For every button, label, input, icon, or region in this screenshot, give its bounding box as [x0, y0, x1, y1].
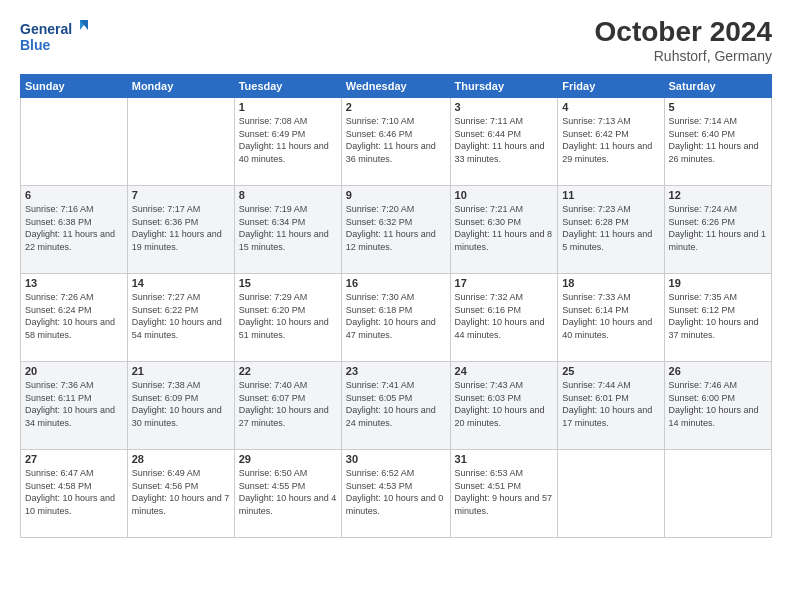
day-cell: 15Sunrise: 7:29 AM Sunset: 6:20 PM Dayli… [234, 274, 341, 362]
day-cell: 14Sunrise: 7:27 AM Sunset: 6:22 PM Dayli… [127, 274, 234, 362]
day-detail: Sunrise: 7:16 AM Sunset: 6:38 PM Dayligh… [25, 203, 123, 253]
day-detail: Sunrise: 7:24 AM Sunset: 6:26 PM Dayligh… [669, 203, 767, 253]
day-cell: 17Sunrise: 7:32 AM Sunset: 6:16 PM Dayli… [450, 274, 558, 362]
day-number: 28 [132, 453, 230, 465]
day-detail: Sunrise: 7:11 AM Sunset: 6:44 PM Dayligh… [455, 115, 554, 165]
day-cell: 21Sunrise: 7:38 AM Sunset: 6:09 PM Dayli… [127, 362, 234, 450]
day-cell: 9Sunrise: 7:20 AM Sunset: 6:32 PM Daylig… [341, 186, 450, 274]
day-cell: 20Sunrise: 7:36 AM Sunset: 6:11 PM Dayli… [21, 362, 128, 450]
day-number: 15 [239, 277, 337, 289]
day-detail: Sunrise: 6:47 AM Sunset: 4:58 PM Dayligh… [25, 467, 123, 517]
day-detail: Sunrise: 7:43 AM Sunset: 6:03 PM Dayligh… [455, 379, 554, 429]
day-cell [558, 450, 664, 538]
location-subtitle: Ruhstorf, Germany [595, 48, 772, 64]
day-cell: 28Sunrise: 6:49 AM Sunset: 4:56 PM Dayli… [127, 450, 234, 538]
day-detail: Sunrise: 6:50 AM Sunset: 4:55 PM Dayligh… [239, 467, 337, 517]
month-title: October 2024 [595, 16, 772, 48]
day-number: 12 [669, 189, 767, 201]
day-cell: 16Sunrise: 7:30 AM Sunset: 6:18 PM Dayli… [341, 274, 450, 362]
title-block: October 2024 Ruhstorf, Germany [595, 16, 772, 64]
col-monday: Monday [127, 75, 234, 98]
day-cell: 19Sunrise: 7:35 AM Sunset: 6:12 PM Dayli… [664, 274, 771, 362]
day-number: 24 [455, 365, 554, 377]
col-friday: Friday [558, 75, 664, 98]
day-number: 3 [455, 101, 554, 113]
day-detail: Sunrise: 7:36 AM Sunset: 6:11 PM Dayligh… [25, 379, 123, 429]
day-detail: Sunrise: 7:38 AM Sunset: 6:09 PM Dayligh… [132, 379, 230, 429]
day-detail: Sunrise: 7:29 AM Sunset: 6:20 PM Dayligh… [239, 291, 337, 341]
day-number: 22 [239, 365, 337, 377]
week-row-1: 1Sunrise: 7:08 AM Sunset: 6:49 PM Daylig… [21, 98, 772, 186]
day-number: 5 [669, 101, 767, 113]
day-detail: Sunrise: 7:40 AM Sunset: 6:07 PM Dayligh… [239, 379, 337, 429]
week-row-5: 27Sunrise: 6:47 AM Sunset: 4:58 PM Dayli… [21, 450, 772, 538]
week-row-4: 20Sunrise: 7:36 AM Sunset: 6:11 PM Dayli… [21, 362, 772, 450]
col-saturday: Saturday [664, 75, 771, 98]
logo-svg: General Blue [20, 16, 90, 56]
day-detail: Sunrise: 6:49 AM Sunset: 4:56 PM Dayligh… [132, 467, 230, 517]
day-detail: Sunrise: 7:46 AM Sunset: 6:00 PM Dayligh… [669, 379, 767, 429]
day-cell: 27Sunrise: 6:47 AM Sunset: 4:58 PM Dayli… [21, 450, 128, 538]
day-number: 11 [562, 189, 659, 201]
day-cell [21, 98, 128, 186]
svg-text:General: General [20, 21, 72, 37]
day-number: 6 [25, 189, 123, 201]
col-tuesday: Tuesday [234, 75, 341, 98]
day-detail: Sunrise: 7:30 AM Sunset: 6:18 PM Dayligh… [346, 291, 446, 341]
day-detail: Sunrise: 7:19 AM Sunset: 6:34 PM Dayligh… [239, 203, 337, 253]
day-cell: 1Sunrise: 7:08 AM Sunset: 6:49 PM Daylig… [234, 98, 341, 186]
day-cell: 23Sunrise: 7:41 AM Sunset: 6:05 PM Dayli… [341, 362, 450, 450]
day-cell: 25Sunrise: 7:44 AM Sunset: 6:01 PM Dayli… [558, 362, 664, 450]
day-number: 29 [239, 453, 337, 465]
day-cell: 10Sunrise: 7:21 AM Sunset: 6:30 PM Dayli… [450, 186, 558, 274]
day-detail: Sunrise: 7:27 AM Sunset: 6:22 PM Dayligh… [132, 291, 230, 341]
day-cell: 12Sunrise: 7:24 AM Sunset: 6:26 PM Dayli… [664, 186, 771, 274]
day-detail: Sunrise: 7:26 AM Sunset: 6:24 PM Dayligh… [25, 291, 123, 341]
day-detail: Sunrise: 7:13 AM Sunset: 6:42 PM Dayligh… [562, 115, 659, 165]
day-detail: Sunrise: 7:44 AM Sunset: 6:01 PM Dayligh… [562, 379, 659, 429]
day-cell: 30Sunrise: 6:52 AM Sunset: 4:53 PM Dayli… [341, 450, 450, 538]
day-detail: Sunrise: 7:32 AM Sunset: 6:16 PM Dayligh… [455, 291, 554, 341]
day-number: 16 [346, 277, 446, 289]
day-cell: 4Sunrise: 7:13 AM Sunset: 6:42 PM Daylig… [558, 98, 664, 186]
day-number: 18 [562, 277, 659, 289]
day-number: 14 [132, 277, 230, 289]
day-number: 9 [346, 189, 446, 201]
day-detail: Sunrise: 7:21 AM Sunset: 6:30 PM Dayligh… [455, 203, 554, 253]
day-cell: 13Sunrise: 7:26 AM Sunset: 6:24 PM Dayli… [21, 274, 128, 362]
day-cell: 18Sunrise: 7:33 AM Sunset: 6:14 PM Dayli… [558, 274, 664, 362]
day-detail: Sunrise: 7:14 AM Sunset: 6:40 PM Dayligh… [669, 115, 767, 165]
day-cell: 6Sunrise: 7:16 AM Sunset: 6:38 PM Daylig… [21, 186, 128, 274]
col-wednesday: Wednesday [341, 75, 450, 98]
day-detail: Sunrise: 6:52 AM Sunset: 4:53 PM Dayligh… [346, 467, 446, 517]
header-row: Sunday Monday Tuesday Wednesday Thursday… [21, 75, 772, 98]
day-cell: 24Sunrise: 7:43 AM Sunset: 6:03 PM Dayli… [450, 362, 558, 450]
day-detail: Sunrise: 7:10 AM Sunset: 6:46 PM Dayligh… [346, 115, 446, 165]
logo: General Blue [20, 16, 90, 56]
day-number: 19 [669, 277, 767, 289]
day-cell: 7Sunrise: 7:17 AM Sunset: 6:36 PM Daylig… [127, 186, 234, 274]
day-number: 26 [669, 365, 767, 377]
day-number: 2 [346, 101, 446, 113]
week-row-3: 13Sunrise: 7:26 AM Sunset: 6:24 PM Dayli… [21, 274, 772, 362]
day-number: 1 [239, 101, 337, 113]
day-detail: Sunrise: 7:23 AM Sunset: 6:28 PM Dayligh… [562, 203, 659, 253]
day-number: 17 [455, 277, 554, 289]
day-detail: Sunrise: 7:35 AM Sunset: 6:12 PM Dayligh… [669, 291, 767, 341]
day-number: 30 [346, 453, 446, 465]
day-number: 7 [132, 189, 230, 201]
col-thursday: Thursday [450, 75, 558, 98]
day-number: 27 [25, 453, 123, 465]
day-cell: 22Sunrise: 7:40 AM Sunset: 6:07 PM Dayli… [234, 362, 341, 450]
day-number: 25 [562, 365, 659, 377]
day-detail: Sunrise: 6:53 AM Sunset: 4:51 PM Dayligh… [455, 467, 554, 517]
day-detail: Sunrise: 7:08 AM Sunset: 6:49 PM Dayligh… [239, 115, 337, 165]
day-number: 20 [25, 365, 123, 377]
day-cell: 2Sunrise: 7:10 AM Sunset: 6:46 PM Daylig… [341, 98, 450, 186]
day-detail: Sunrise: 7:41 AM Sunset: 6:05 PM Dayligh… [346, 379, 446, 429]
day-number: 4 [562, 101, 659, 113]
day-cell: 29Sunrise: 6:50 AM Sunset: 4:55 PM Dayli… [234, 450, 341, 538]
day-number: 8 [239, 189, 337, 201]
day-cell: 26Sunrise: 7:46 AM Sunset: 6:00 PM Dayli… [664, 362, 771, 450]
day-detail: Sunrise: 7:33 AM Sunset: 6:14 PM Dayligh… [562, 291, 659, 341]
